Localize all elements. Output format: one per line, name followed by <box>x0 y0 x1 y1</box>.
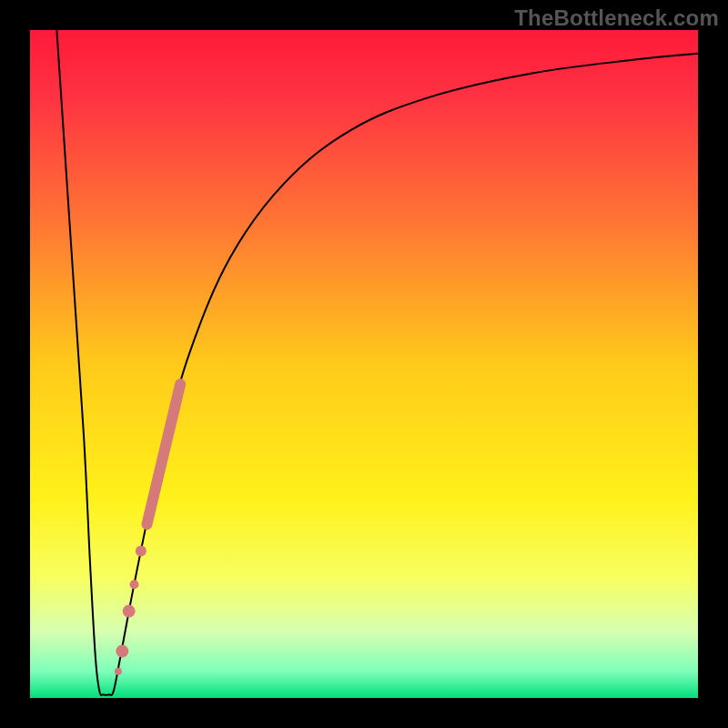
dot-3 <box>123 605 136 618</box>
chart-svg <box>30 30 698 698</box>
dot-5 <box>115 668 122 675</box>
dot-4 <box>116 645 128 658</box>
dot-1 <box>136 546 147 557</box>
chart-frame: TheBottleneck.com <box>0 0 728 728</box>
watermark-text: TheBottleneck.com <box>514 5 719 31</box>
gradient-background <box>30 30 698 698</box>
dot-2 <box>130 580 139 589</box>
plot-area <box>30 30 698 698</box>
